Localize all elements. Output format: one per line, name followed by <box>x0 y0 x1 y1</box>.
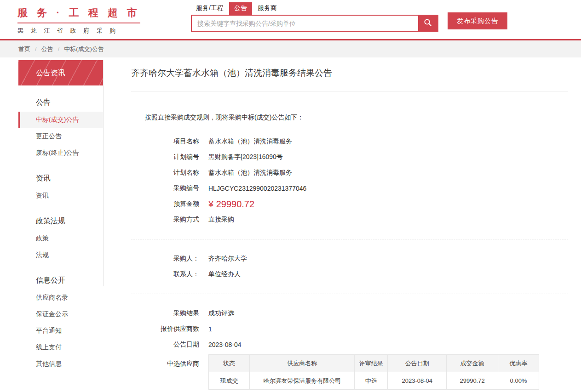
sidebar-item-deposit-publicity[interactable]: 保证金公示 <box>18 306 104 323</box>
search-nav-area: 服务/工程 公告 服务商 <box>191 2 438 32</box>
field-project-name: 项目名称 蓄水水箱（池）清洗消毒服务 <box>131 134 568 149</box>
search-input[interactable] <box>192 16 418 31</box>
supplier-table-header-row: 状态 供应商名称 评审结果 公告日期 成交金额 优惠率 <box>209 355 539 372</box>
field-purchaser: 采购人： 齐齐哈尔大学 <box>131 251 568 267</box>
sidebar-item-regulations[interactable]: 法规 <box>18 247 104 263</box>
field-budget-amount: 预算金额 ¥ 29990.72 <box>131 196 568 212</box>
breadcrumb-separator: / <box>58 45 60 52</box>
field-procurement-number: 采购编号 HLJGCYC2312990020231377046 <box>131 181 568 196</box>
sidebar-item-platform-notice[interactable]: 平台通知 <box>18 323 104 339</box>
site-header: 服 务 · 工 程 超 市 黑 龙 江 省 政 府 采 购 服务/工程 公告 服… <box>0 0 581 39</box>
project-fields: 项目名称 蓄水水箱（池）清洗消毒服务 计划编号 黑财购备字[2023]16090… <box>131 134 568 227</box>
sidebar-item-supplier-directory[interactable]: 供应商名录 <box>18 290 104 306</box>
supplier-table-row: 现成交 哈尔滨友荣保洁服务有限公司 中选 2023-08-04 29990.72… <box>209 372 539 390</box>
field-plan-number: 计划编号 黑财购备字[2023]16090号 <box>131 149 568 165</box>
result-fields: 采购结果 成功评选 报价供应商数 1 公告日期 2023-08-04 中选供应商… <box>131 306 568 390</box>
search-icon <box>424 18 432 28</box>
announcement-article: 齐齐哈尔大学蓄水水箱（池）清洗消毒服务结果公告 按照直接采购成交规则，现将采购中… <box>131 57 568 392</box>
sidebar-section-news: 资讯 <box>18 174 104 183</box>
article-intro: 按照直接采购成交规则，现将采购中标(成交)公告如下： <box>131 114 568 122</box>
section-divider <box>131 239 568 239</box>
field-announcement-date: 公告日期 2023-08-04 <box>131 337 568 352</box>
logo-subtitle: 黑 龙 江 省 政 府 采 购 <box>17 27 140 35</box>
selected-supplier-row: 中选供应商 状态 供应商名称 评审结果 公告日期 成交金额 优惠率 <box>131 354 568 390</box>
section-divider <box>131 294 568 294</box>
sidebar-item-online-payment[interactable]: 线上支付 <box>18 339 104 356</box>
sidebar-section-policies: 政策法规 <box>18 216 104 226</box>
sidebar-item-policy[interactable]: 政策 <box>18 230 104 247</box>
search-button[interactable] <box>418 16 437 31</box>
sidebar-item-other-info[interactable]: 其他信息 <box>18 356 104 372</box>
field-procurement-method: 采购方式 直接采购 <box>131 212 568 227</box>
publish-announcement-button[interactable]: 发布采购公告 <box>448 12 507 29</box>
sidebar-item-news[interactable]: 资讯 <box>18 187 104 204</box>
tab-announcements[interactable]: 公告 <box>229 2 252 15</box>
breadcrumb-announcements[interactable]: 公告 <box>41 45 53 53</box>
site-logo[interactable]: 服 务 · 工 程 超 市 黑 龙 江 省 政 府 采 购 <box>17 6 140 35</box>
field-procurement-result: 采购结果 成功评选 <box>131 306 568 321</box>
sidebar-section-disclosure: 信息公开 <box>18 276 104 285</box>
breadcrumb-current: 中标(成交)公告 <box>64 45 104 53</box>
field-contact-person: 联系人： 单位经办人 <box>131 267 568 282</box>
search-bar <box>191 15 438 32</box>
search-tabs: 服务/工程 公告 服务商 <box>191 2 438 15</box>
field-plan-name: 计划名称 蓄水水箱（池）清洗消毒服务 <box>131 165 568 181</box>
buyer-fields: 采购人： 齐齐哈尔大学 联系人： 单位经办人 <box>131 251 568 282</box>
page-title: 齐齐哈尔大学蓄水水箱（池）清洗消毒服务结果公告 <box>131 57 568 91</box>
tab-providers[interactable]: 服务商 <box>253 2 282 15</box>
sidebar: 公告资讯 公告 中标(成交)公告 更正公告 废标(终止)公告 资讯 资讯 政策法… <box>18 60 104 386</box>
field-quote-supplier-count: 报价供应商数 1 <box>131 321 568 337</box>
breadcrumb-separator: / <box>35 45 37 52</box>
sidebar-item-cancelled-announcements[interactable]: 废标(终止)公告 <box>18 145 104 161</box>
breadcrumb: 首页 / 公告 / 中标(成交)公告 <box>0 40 581 57</box>
budget-amount-value: ¥ 29990.72 <box>208 199 254 210</box>
page-layout: 公告资讯 公告 中标(成交)公告 更正公告 废标(终止)公告 资讯 资讯 政策法… <box>0 57 581 392</box>
sidebar-item-award-announcements[interactable]: 中标(成交)公告 <box>18 112 104 128</box>
logo-title: 服 务 · 工 程 超 市 <box>17 6 140 23</box>
tab-services-projects[interactable]: 服务/工程 <box>191 2 229 15</box>
selected-supplier-label: 中选供应商 <box>131 354 199 368</box>
sidebar-section-announcements: 公告 <box>18 98 104 108</box>
sidebar-item-correction-announcements[interactable]: 更正公告 <box>18 128 104 145</box>
supplier-table: 状态 供应商名称 评审结果 公告日期 成交金额 优惠率 现成交 哈尔滨友荣保洁服… <box>208 354 539 390</box>
breadcrumb-home[interactable]: 首页 <box>18 45 30 53</box>
sidebar-header: 公告资讯 <box>18 60 104 85</box>
